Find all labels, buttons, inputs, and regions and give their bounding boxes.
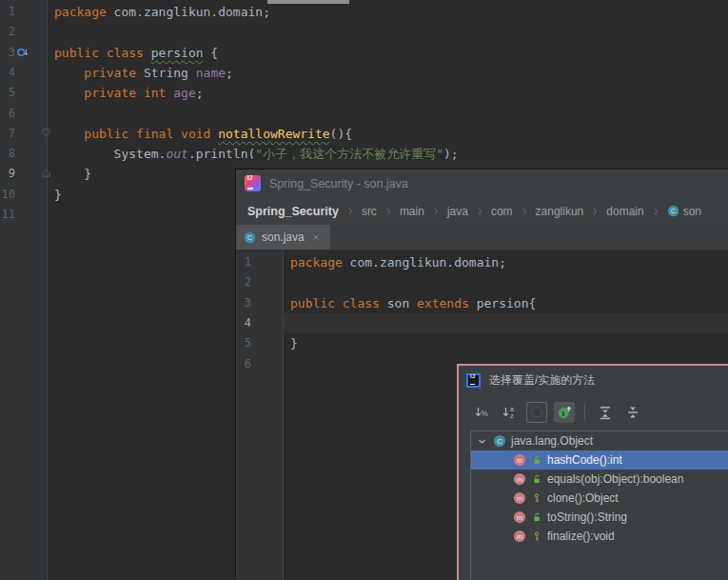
code-token: com.zanglikun.domain; [343, 255, 506, 270]
insert-override-icon: I [557, 405, 572, 420]
code-line[interactable]: } [54, 164, 91, 184]
expand-all-button[interactable] [595, 402, 616, 423]
code-line[interactable]: public class son extends persion{ [290, 293, 536, 313]
breadcrumb-label: src [362, 205, 377, 218]
svg-text:C: C [671, 207, 676, 215]
code-token: System. [54, 147, 166, 161]
override-methods-dialog: IJ 选择覆盖/实施的方法 %azI Cjava.lang.Objectmhas… [457, 364, 728, 580]
method-list-panel: Cjava.lang.ObjectmhashCode():intmequals(… [470, 430, 728, 580]
son-java-editor-gutter: 123456 [236, 250, 284, 580]
editor-tab-bar: C son.java [236, 225, 728, 250]
breadcrumb-item-zanglikun[interactable]: zanglikun [536, 205, 584, 218]
code-token: name [196, 66, 226, 80]
svg-text:a: a [510, 406, 514, 412]
method-row[interactable]: mfinalize():void [471, 527, 728, 546]
fold-region-start-icon[interactable] [40, 127, 52, 139]
sort-percent-icon: % [474, 405, 489, 420]
line-number: 1 [236, 255, 251, 270]
chevron-icon [383, 206, 394, 217]
copy-javadoc-toggle[interactable] [526, 402, 547, 423]
main-editor-gutter: 1234567891011 [0, 0, 48, 580]
svg-text:I: I [562, 409, 564, 417]
code-token: (){ [330, 127, 352, 141]
collapse-all-button[interactable] [622, 402, 643, 423]
code-line[interactable]: System.out.println("小子，我这个方法不被允许重写"); [54, 144, 459, 164]
sort-alphabetically-button[interactable]: az [499, 402, 520, 423]
code-token: com.zanglikun.domain; [107, 5, 270, 19]
method-icon: m [513, 472, 526, 486]
code-line[interactable]: package com.zanglikun.domain; [290, 252, 506, 272]
code-token: package [54, 5, 107, 19]
line-number: 6 [0, 107, 15, 121]
breadcrumb-label: com [491, 205, 513, 218]
svg-text:C: C [247, 233, 252, 242]
breadcrumb-item-main[interactable]: main [400, 205, 424, 218]
svg-text:z: z [510, 412, 514, 419]
method-row[interactable]: mhashCode():int [471, 450, 728, 470]
svg-text:m: m [517, 532, 522, 541]
line-number: 9 [0, 167, 15, 181]
line-number: 4 [0, 66, 15, 80]
code-token: ; [226, 66, 233, 80]
line-number: 2 [236, 275, 251, 290]
code-line[interactable]: public class persion { [54, 43, 218, 63]
breadcrumb-label: domain [606, 205, 643, 218]
code-line[interactable]: private int age; [54, 83, 204, 103]
code-token: public final void [84, 127, 218, 141]
overridden-marker-icon[interactable] [16, 46, 30, 59]
breadcrumb-item-spring_security[interactable]: Spring_Security [247, 205, 339, 218]
code-line[interactable]: } [290, 333, 298, 353]
svg-text:m: m [517, 494, 522, 503]
code-token [54, 86, 84, 100]
code-line[interactable]: } [54, 185, 62, 205]
code-line[interactable]: public final void notallowRewrite(){ [54, 124, 352, 144]
public-icon [531, 511, 542, 523]
code-token: } [54, 188, 62, 202]
expand-arrow-icon[interactable] [476, 435, 488, 448]
breadcrumb-item-domain[interactable]: domain [606, 205, 643, 218]
breadcrumb-item-src[interactable]: src [362, 205, 377, 218]
app-window-icon: IJ [466, 373, 481, 388]
insert-override-toggle[interactable]: I [554, 402, 575, 423]
window-title: Spring_Security - son.java [269, 177, 408, 190]
method-row[interactable]: mequals(obj:Object):boolean [471, 470, 728, 489]
method-signature: hashCode():int [547, 453, 622, 467]
chevron-icon [430, 206, 442, 217]
method-signature: finalize():void [547, 530, 615, 543]
code-token: private [84, 66, 136, 80]
dialog-title: 选择覆盖/实施的方法 [489, 372, 595, 389]
code-token: { [204, 46, 219, 60]
dialog-titlebar[interactable]: IJ 选择覆盖/实施的方法 [459, 366, 728, 394]
line-number: 1 [0, 5, 15, 19]
tab-son-java[interactable]: C son.java [236, 225, 330, 250]
code-token: public class [54, 46, 151, 60]
line-number: 10 [0, 188, 15, 202]
breadcrumb-item-java[interactable]: java [447, 205, 468, 218]
sort-by-percent-button[interactable]: % [471, 402, 492, 423]
class-icon: C [667, 205, 679, 217]
protected-icon [531, 530, 542, 542]
code-line[interactable]: package com.zanglikun.domain; [54, 2, 270, 22]
method-row[interactable]: mtoString():String [471, 508, 728, 527]
fold-region-end-icon[interactable] [40, 167, 52, 179]
svg-text:C: C [497, 437, 502, 446]
line-number: 5 [236, 336, 251, 350]
son-java-window-titlebar[interactable]: IJ Spring_Security - son.java [236, 170, 728, 197]
code-token: extends [409, 296, 476, 310]
tree-row-java-lang-object[interactable]: Cjava.lang.Object [471, 431, 728, 450]
collapse-all-icon [625, 405, 640, 420]
breadcrumb-label: son [683, 205, 701, 218]
intellij-logo-icon: IJ [245, 175, 261, 191]
close-icon[interactable] [310, 231, 322, 243]
method-icon: m [513, 530, 526, 543]
breadcrumb-item-son[interactable]: Cson [667, 205, 701, 218]
protected-icon [531, 492, 542, 504]
code-line[interactable]: private String name; [54, 63, 233, 83]
method-signature: clone():Object [547, 491, 619, 505]
dialog-toolbar: %azI [459, 394, 728, 430]
svg-text:%: % [481, 408, 488, 417]
method-icon: m [513, 510, 526, 524]
method-row[interactable]: mclone():Object [471, 489, 728, 508]
breadcrumb-item-com[interactable]: com [491, 205, 513, 218]
method-icon: m [513, 453, 526, 467]
